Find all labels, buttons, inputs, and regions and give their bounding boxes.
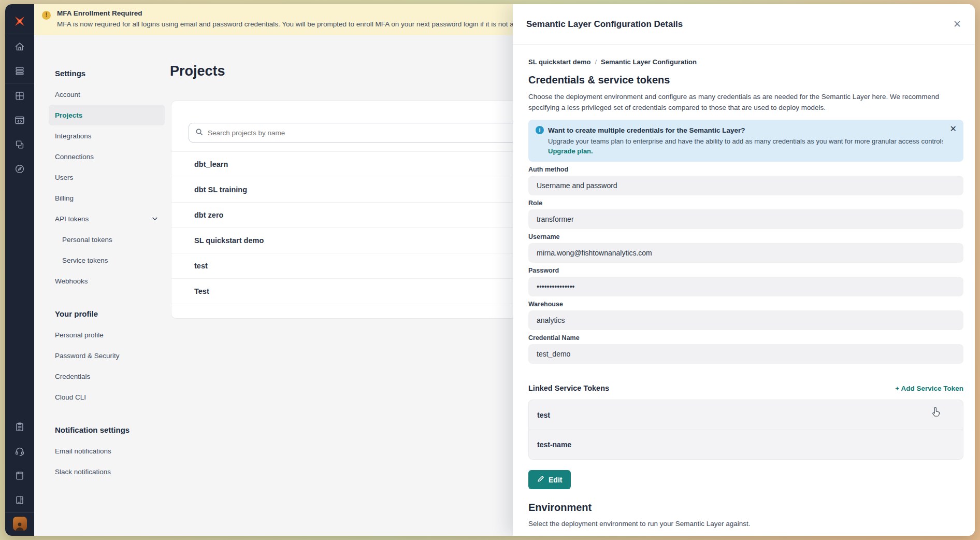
sidebar-item-webhooks[interactable]: Webhooks — [49, 271, 165, 291]
info-title: Want to create multiple credentials for … — [548, 126, 745, 134]
projects-card: dbt_learn dbt SL training dbt zero SL qu… — [171, 101, 534, 319]
field-label-auth-method: Auth method — [528, 166, 963, 174]
page-title: Projects — [170, 63, 225, 79]
chevron-down-icon — [151, 215, 158, 222]
project-row[interactable]: dbt SL training — [171, 177, 533, 203]
sidebar-item-service-tokens[interactable]: Service tokens — [49, 250, 165, 271]
credentials-description: Choose the deployment environment and co… — [528, 91, 963, 113]
warehouse-field[interactable]: analytics — [528, 310, 963, 330]
sidebar-item-personal-tokens[interactable]: Personal tokens — [49, 229, 165, 250]
sidebar-item-password-security[interactable]: Password & Security — [49, 345, 165, 366]
project-row[interactable]: dbt_learn — [171, 152, 533, 177]
project-row[interactable]: Test — [171, 279, 533, 304]
sidebar-item-label: API tokens — [55, 215, 89, 223]
info-body: Upgrade your teams plan to enterprise an… — [548, 137, 943, 145]
sidebar-item-integrations[interactable]: Integrations — [49, 125, 165, 146]
project-row[interactable]: SL quickstart demo — [171, 228, 533, 253]
search-input[interactable] — [208, 129, 513, 137]
notes-icon[interactable] — [5, 415, 34, 439]
project-search — [189, 123, 520, 143]
tokens-list: test test-name — [528, 400, 963, 460]
ide-icon[interactable] — [5, 108, 34, 132]
edit-button-label: Edit — [549, 476, 562, 484]
tokens-header: Linked Service Tokens + Add Service Toke… — [528, 383, 963, 393]
sidebar-item-personal-profile[interactable]: Personal profile — [49, 324, 165, 345]
desktop-background: ! MFA Enrollment Required MFA is now req… — [0, 0, 980, 540]
docs-icon[interactable] — [5, 463, 34, 488]
warning-icon: ! — [42, 11, 51, 20]
sidebar-item-api-tokens[interactable]: API tokens — [49, 208, 165, 229]
sidebar-item-slack-notifications[interactable]: Slack notifications — [49, 461, 165, 482]
rail-divider — [5, 512, 34, 513]
upgrade-plan-link[interactable]: Upgrade plan. — [548, 147, 943, 155]
semantic-layer-panel: Semantic Layer Configuration Details ✕ S… — [513, 4, 975, 536]
panel-body: SL quickstart demo / Semantic Layer Conf… — [513, 45, 975, 528]
field-label-warehouse: Warehouse — [528, 301, 963, 308]
breadcrumb-parent[interactable]: SL quickstart demo — [528, 58, 590, 66]
sidebar-item-email-notifications[interactable]: Email notifications — [49, 440, 165, 461]
nav-gap — [49, 291, 165, 303]
nav-gap — [49, 407, 165, 419]
field-label-role: Role — [528, 200, 963, 207]
field-label-username: Username — [528, 233, 963, 241]
environment-description: Select the deployment environment to run… — [528, 520, 963, 528]
user-avatar[interactable] — [13, 517, 27, 531]
sidebar-item-projects[interactable]: Projects — [49, 105, 165, 125]
explore-icon[interactable] — [5, 157, 34, 181]
support-icon[interactable] — [5, 439, 34, 463]
tokens-heading: Linked Service Tokens — [528, 383, 609, 393]
edit-button[interactable]: Edit — [528, 470, 571, 489]
token-row[interactable]: test-name — [529, 430, 963, 459]
project-list: dbt_learn dbt SL training dbt zero SL qu… — [171, 151, 533, 304]
role-field[interactable]: transformer — [528, 209, 963, 229]
nav-heading-settings: Settings — [49, 62, 165, 84]
project-row[interactable]: test — [171, 253, 533, 279]
credential-name-field[interactable]: test_demo — [528, 344, 963, 364]
project-row[interactable]: dbt zero — [171, 203, 533, 228]
sidebar-item-connections[interactable]: Connections — [49, 146, 165, 167]
sidebar-item-credentials[interactable]: Credentials — [49, 366, 165, 387]
home-icon[interactable] — [5, 34, 34, 59]
breadcrumb: SL quickstart demo / Semantic Layer Conf… — [528, 58, 963, 66]
close-icon[interactable]: ✕ — [953, 19, 961, 29]
info-close-icon[interactable]: ✕ — [950, 125, 957, 133]
dashboard-icon[interactable] — [5, 83, 34, 108]
deploy-icon[interactable] — [5, 59, 34, 83]
auth-method-field[interactable]: Username and password — [528, 176, 963, 195]
sidebar-item-cloud-cli[interactable]: Cloud CLI — [49, 387, 165, 407]
sidebar-item-account[interactable]: Account — [49, 84, 165, 105]
nav-heading-notification-settings: Notification settings — [49, 419, 165, 440]
dbt-logo-icon[interactable] — [5, 9, 34, 34]
app-window: ! MFA Enrollment Required MFA is now req… — [5, 4, 975, 536]
org-icon[interactable] — [5, 488, 34, 512]
breadcrumb-separator: / — [595, 58, 597, 66]
pencil-icon — [537, 475, 544, 484]
info-icon: i — [536, 126, 544, 134]
field-label-password: Password — [528, 267, 963, 275]
search-icon — [195, 128, 203, 138]
credentials-heading: Credentials & service tokens — [528, 74, 963, 86]
nav-heading-your-profile: Your profile — [49, 303, 165, 324]
add-service-token-button[interactable]: + Add Service Token — [895, 385, 963, 392]
environment-heading: Environment — [528, 502, 963, 514]
field-label-credential-name: Credential Name — [528, 334, 963, 342]
panel-title: Semantic Layer Configuration Details — [526, 19, 683, 30]
sidebar-item-billing[interactable]: Billing — [49, 188, 165, 208]
icon-rail — [5, 4, 34, 536]
username-field[interactable]: mirna.wong@fishtownanalytics.com — [528, 243, 963, 263]
upgrade-info-box: i Want to create multiple credentials fo… — [528, 120, 963, 162]
password-field[interactable]: ••••••••••••••• — [528, 277, 963, 296]
sidebar-item-users[interactable]: Users — [49, 167, 165, 188]
duplicate-icon[interactable] — [5, 132, 34, 157]
settings-nav: Settings Account Projects Integrations C… — [49, 62, 165, 482]
breadcrumb-current: Semantic Layer Configuration — [601, 58, 697, 66]
token-row[interactable]: test — [529, 400, 963, 430]
info-title-row: i Want to create multiple credentials fo… — [536, 126, 943, 134]
panel-header: Semantic Layer Configuration Details ✕ — [513, 4, 975, 45]
